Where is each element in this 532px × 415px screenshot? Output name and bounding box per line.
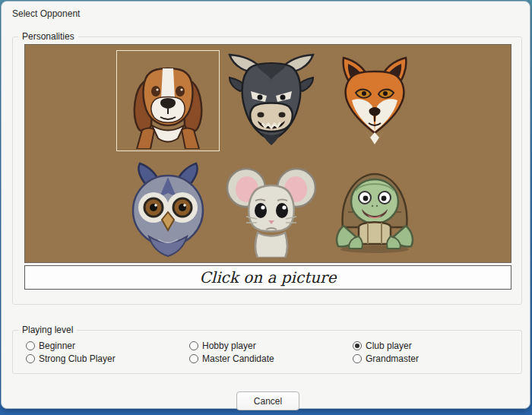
- radio-grandmaster[interactable]: [353, 354, 362, 363]
- picture-owl[interactable]: [116, 159, 220, 260]
- playing-level-group: Playing level Beginner Hobby player Club…: [12, 330, 522, 374]
- mouse-icon: [223, 162, 319, 258]
- radio-master-candidate[interactable]: [189, 354, 198, 363]
- fox-icon: [327, 53, 423, 149]
- playing-level-options: Beginner Hobby player Club player Strong…: [26, 339, 419, 365]
- picture-beagle[interactable]: [116, 50, 220, 151]
- radio-label-hobby-player: Hobby player: [202, 341, 256, 351]
- bull-icon: [223, 50, 319, 146]
- radio-label-grandmaster: Grandmaster: [366, 353, 419, 364]
- personalities-panel: [24, 44, 511, 263]
- radio-label-master-candidate: Master Candidate: [202, 353, 274, 364]
- radio-option-strong-club-player[interactable]: Strong Club Player: [26, 353, 189, 364]
- picture-fox[interactable]: [323, 50, 426, 151]
- select-opponent-dialog: Select Opponent Personalities: [1, 1, 530, 409]
- titlebar: Select Opponent: [2, 2, 530, 24]
- radio-option-master-candidate[interactable]: Master Candidate: [189, 353, 353, 364]
- radio-club-player[interactable]: [353, 341, 362, 350]
- radio-strong-club-player[interactable]: [26, 354, 35, 363]
- radio-beginner[interactable]: [26, 341, 35, 350]
- window-title: Select Opponent: [12, 8, 80, 19]
- radio-option-club-player[interactable]: Club player: [353, 341, 419, 351]
- instruction-text: Click on a picture: [199, 268, 336, 287]
- radio-label-beginner: Beginner: [39, 341, 75, 351]
- radio-label-strong-club-player: Strong Club Player: [39, 353, 116, 364]
- playing-level-group-label: Playing level: [18, 325, 77, 336]
- instruction-bar: Click on a picture: [24, 265, 511, 290]
- radio-option-grandmaster[interactable]: Grandmaster: [353, 353, 419, 364]
- radio-option-beginner[interactable]: Beginner: [26, 341, 189, 351]
- cancel-button[interactable]: Cancel: [236, 391, 299, 410]
- beagle-icon: [120, 53, 216, 149]
- owl-icon: [120, 162, 216, 258]
- radio-label-club-player: Club player: [366, 341, 412, 351]
- radio-hobby-player[interactable]: [189, 341, 198, 350]
- personalities-group-label: Personalities: [18, 31, 78, 43]
- radio-option-hobby-player[interactable]: Hobby player: [189, 341, 353, 351]
- picture-mouse[interactable]: [220, 159, 323, 260]
- picture-turtle[interactable]: [323, 159, 426, 260]
- turtle-icon: [327, 162, 423, 258]
- picture-bull[interactable]: [220, 47, 323, 148]
